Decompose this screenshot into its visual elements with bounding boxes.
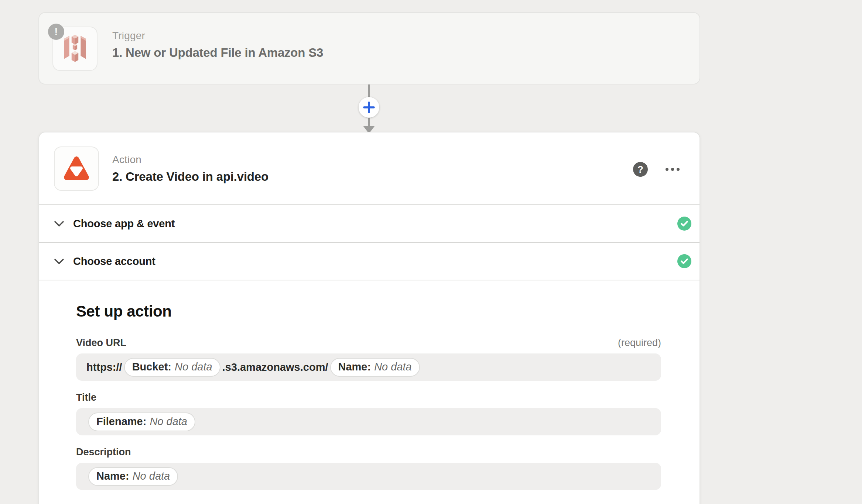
ellipsis-icon [666,168,668,171]
section-choose-app-event[interactable]: Choose app & event [39,205,699,243]
action-title: 2. Create Video in api.video [112,170,268,184]
action-step-card: Action 2. Create Video in api.video ? Ch… [38,132,700,504]
api-video-icon [63,155,90,183]
title-input[interactable]: Filename: No data [76,408,661,435]
section-label: Choose account [73,255,155,267]
pill-value: No data [150,415,187,428]
field-title: Title Filename: No data [76,392,661,435]
action-kicker: Action [112,154,268,166]
section-complete-check-icon [677,254,691,268]
ellipsis-icon [671,168,674,171]
field-label: Description [76,446,131,458]
section-complete-check-icon [677,217,691,231]
more-options-button[interactable] [661,162,684,177]
video-url-input[interactable]: https:// Bucket: No data .s3.amazonaws.c… [76,353,661,381]
trigger-step-card[interactable]: ! Trigger 1. New or Updated File in A [38,12,700,84]
mapped-field-pill-bucket[interactable]: Bucket: No data [124,358,220,377]
plus-icon [363,101,375,114]
chevron-down-icon [54,258,64,265]
ellipsis-icon [677,168,680,171]
mapped-field-pill-name[interactable]: Name: No data [330,358,420,377]
url-prefix-text: https:// [86,361,122,373]
pill-value: No data [133,470,170,482]
action-app-icon-tile [54,146,99,191]
setup-action-section: Set up action Video URL (required) https… [39,280,699,490]
mapped-field-pill-filename[interactable]: Filename: No data [88,412,195,431]
field-video-url: Video URL (required) https:// Bucket: No… [76,337,661,381]
pill-value: No data [374,361,412,373]
chevron-down-icon [54,220,64,227]
pill-label: Name: [338,361,371,373]
field-label: Video URL [76,337,126,349]
required-note: (required) [618,337,661,349]
setup-action-heading: Set up action [76,303,699,320]
url-suffix-text: .s3.amazonaws.com/ [222,361,328,373]
mapped-field-pill-name[interactable]: Name: No data [88,467,178,486]
section-choose-account[interactable]: Choose account [39,243,699,280]
add-step-button[interactable] [359,97,379,118]
trigger-kicker: Trigger [112,30,323,42]
action-card-header[interactable]: Action 2. Create Video in api.video ? [39,132,699,205]
amazon-s3-icon [62,33,88,64]
pill-label: Name: [96,470,129,482]
warning-badge: ! [48,24,64,40]
section-label: Choose app & event [73,218,175,230]
help-button[interactable]: ? [633,162,648,177]
pill-label: Bucket: [132,361,171,373]
description-input[interactable]: Name: No data [76,463,661,490]
pill-value: No data [175,361,212,373]
field-label: Title [76,392,96,403]
field-description: Description Name: No data [76,446,661,490]
pill-label: Filename: [96,415,146,428]
trigger-title: 1. New or Updated File in Amazon S3 [112,46,323,60]
